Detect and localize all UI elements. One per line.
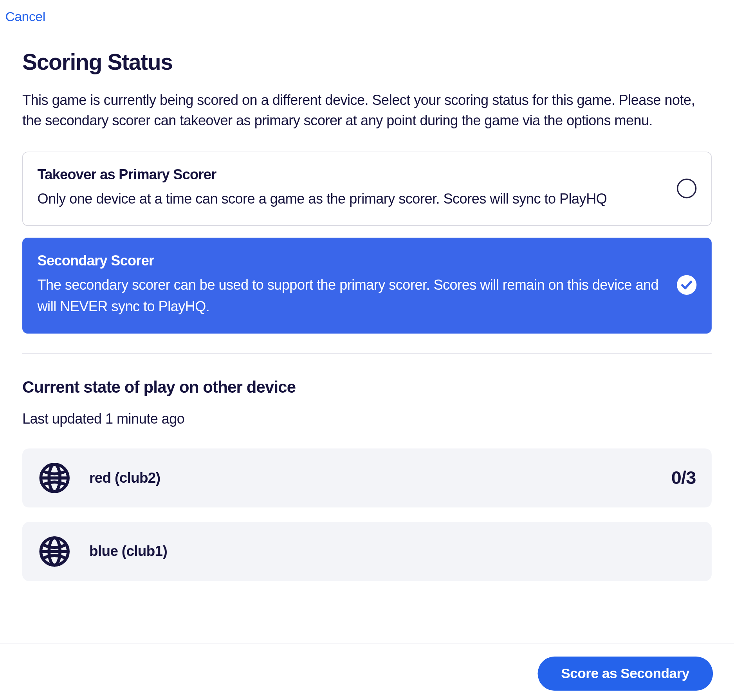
globe-icon <box>38 535 71 568</box>
divider <box>22 353 712 354</box>
team-row: red (club2) 0/3 <box>22 448 712 507</box>
option-primary-scorer[interactable]: Takeover as Primary Scorer Only one devi… <box>22 152 712 226</box>
option-title: Takeover as Primary Scorer <box>38 167 664 183</box>
team-name: blue (club1) <box>89 543 678 560</box>
option-title: Secondary Scorer <box>38 253 664 269</box>
team-row: blue (club1) <box>22 522 712 581</box>
team-name: red (club2) <box>89 469 653 487</box>
state-heading: Current state of play on other device <box>22 377 712 397</box>
intro-text: This game is currently being scored on a… <box>22 90 712 130</box>
page-title: Scoring Status <box>22 49 712 75</box>
radio-unchecked-icon <box>677 179 696 198</box>
globe-icon <box>38 462 71 494</box>
score-as-secondary-button[interactable]: Score as Secondary <box>537 657 713 691</box>
option-desc: Only one device at a time can score a ga… <box>38 188 664 209</box>
cancel-button[interactable]: Cancel <box>5 9 45 23</box>
radio-checked-icon <box>677 275 696 295</box>
footer-bar: Score as Secondary <box>0 643 734 700</box>
last-updated: Last updated 1 minute ago <box>22 411 712 427</box>
option-secondary-scorer[interactable]: Secondary Scorer The secondary scorer ca… <box>22 238 712 334</box>
team-score: 0/3 <box>671 467 696 489</box>
option-desc: The secondary scorer can be used to supp… <box>38 274 664 317</box>
